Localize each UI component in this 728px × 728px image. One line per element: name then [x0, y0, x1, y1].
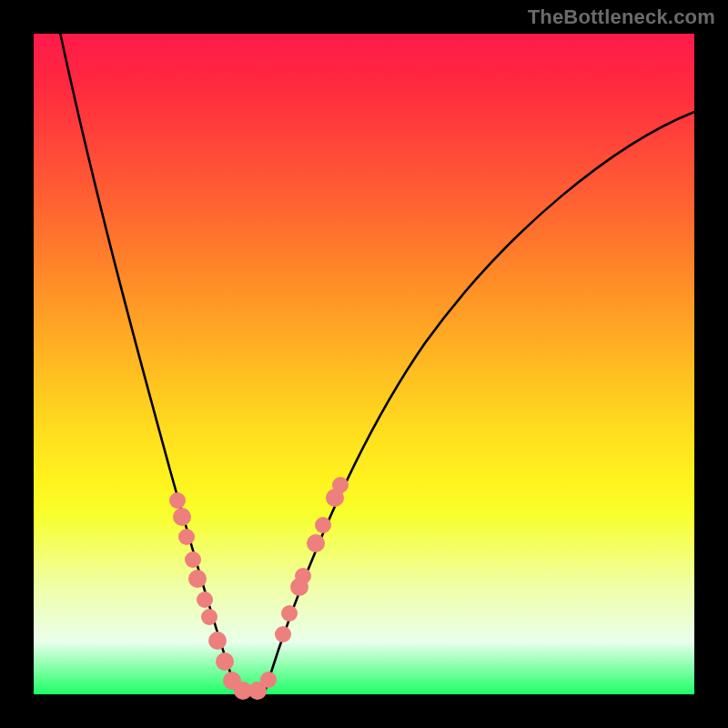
data-dot	[315, 517, 331, 533]
data-dot	[185, 551, 201, 568]
data-dot	[197, 592, 213, 608]
bottleneck-curve	[59, 28, 694, 692]
data-dot	[178, 529, 195, 545]
chart-frame: TheBottleneck.com	[0, 0, 728, 728]
data-dot	[260, 672, 277, 688]
data-dot	[208, 632, 227, 650]
data-dot	[307, 534, 325, 552]
data-dots	[169, 477, 349, 700]
curve-left-branch	[59, 28, 236, 689]
curve-right-branch	[266, 112, 694, 689]
data-dot	[173, 508, 191, 526]
data-dot	[295, 568, 311, 584]
data-dot	[201, 609, 217, 625]
data-dot	[169, 492, 186, 509]
data-dot	[275, 626, 291, 642]
data-dot	[188, 570, 207, 588]
chart-svg	[34, 34, 694, 694]
data-dot	[281, 605, 298, 622]
data-dot	[332, 477, 349, 493]
data-dot	[216, 652, 234, 671]
watermark-text: TheBottleneck.com	[528, 5, 715, 29]
